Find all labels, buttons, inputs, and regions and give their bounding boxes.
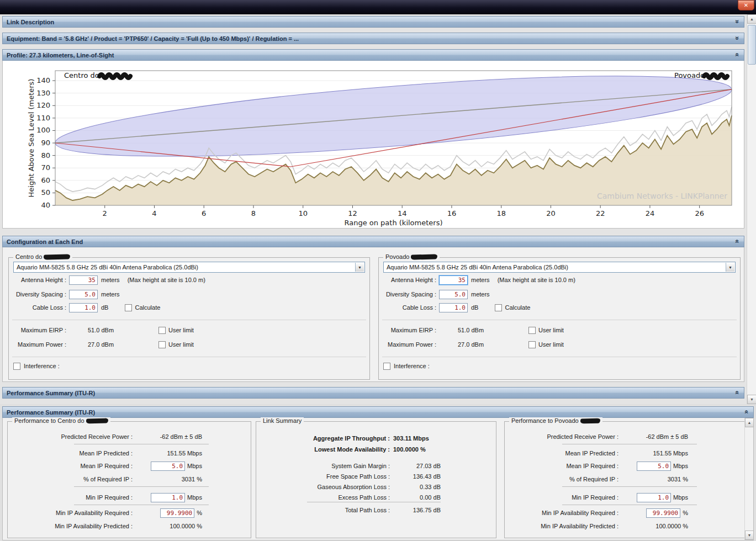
divider: [74, 444, 209, 444]
performance-group-right: Performance to Povoado Predicted Receive…: [504, 421, 745, 538]
eirp-user-limit-checkbox[interactable]: [528, 327, 536, 334]
panel-title: Performance Summary (ITU-R): [7, 409, 95, 416]
panel-title: Configuration at Each End: [7, 238, 83, 245]
antenna-select[interactable]: Aquario MM-5825 5.8 GHz 25 dBi 40in Ante…: [13, 262, 365, 273]
performance-summary-panel: Performance Summary (ITU-R) « Performanc…: [0, 406, 756, 541]
mean-ip-required-input[interactable]: [151, 462, 185, 471]
dropdown-arrow-icon[interactable]: ▼: [726, 263, 734, 272]
divider: [382, 320, 737, 320]
antenna-select[interactable]: Aquario MM-5825 5.8 GHz 25 dBi 40in Ante…: [383, 262, 736, 273]
antenna-height-input[interactable]: [69, 275, 98, 285]
min-ip-required-input[interactable]: [637, 493, 671, 502]
svg-text:12: 12: [348, 209, 357, 218]
row-label: Min IP Availability Predicted :: [505, 523, 622, 529]
svg-text:130: 130: [36, 89, 50, 97]
power-user-limit-checkbox[interactable]: [158, 341, 166, 348]
calculate-checkbox[interactable]: [495, 304, 502, 311]
row-value: 136.43 dB: [393, 473, 441, 480]
group-title-text: Performance to Povoado: [511, 417, 579, 424]
profile-panel-body: 2468101214161820222426405060708090100110…: [2, 61, 744, 229]
dropdown-arrow-icon[interactable]: ▼: [355, 263, 364, 272]
row-value: 136.75 dB: [393, 507, 441, 513]
unit-label: Mbps: [673, 494, 688, 501]
scroll-up-button[interactable]: ▲: [747, 14, 756, 24]
cable-loss-input[interactable]: [69, 303, 98, 312]
divider: [562, 444, 697, 444]
mean-ip-required-input[interactable]: [637, 462, 671, 471]
min-ip-required-input[interactable]: [151, 493, 185, 502]
scroll-down-button[interactable]: ▼: [747, 395, 756, 404]
chevron-down-icon[interactable]: »: [734, 20, 742, 24]
antenna-select-value: Aquario MM-5825 5.8 GHz 25 dBi 40in Ante…: [387, 264, 568, 270]
row-value: 0.33 dB: [393, 484, 441, 490]
row-value: 151.55 Mbps: [653, 450, 688, 457]
row-label: Gaseous Absorption Loss :: [256, 484, 393, 490]
user-limit-label: User limit: [538, 341, 564, 348]
unit-label: dB: [101, 304, 108, 311]
panel-header-link-description[interactable]: Link Description »: [2, 16, 744, 28]
redaction-scribble: [44, 254, 70, 259]
min-ip-availability-required-input[interactable]: [160, 508, 194, 518]
interference-checkbox[interactable]: [383, 363, 390, 370]
max-height-note: (Max height at site is 10.0 m): [498, 277, 575, 283]
svg-text:4: 4: [152, 209, 156, 218]
svg-text:24: 24: [646, 209, 655, 218]
svg-text:100: 100: [36, 126, 50, 134]
panel-header-equipment[interactable]: Equipment: Band = '5.8 GHz' / Product = …: [2, 33, 744, 44]
panel-header-profile[interactable]: Profile: 27.3 kilometers, Line-of-Sight …: [2, 49, 744, 61]
scrollbar-thumb[interactable]: [748, 25, 756, 65]
redaction-scribble: [86, 418, 108, 423]
scroll-down-button[interactable]: ▼: [745, 531, 754, 540]
svg-text:90: 90: [41, 139, 50, 147]
scroll-up-button[interactable]: ▲: [745, 418, 754, 427]
unit-label: Mbps: [187, 494, 202, 501]
site-name: Povoado: [385, 253, 409, 260]
row-label: System Gain Margin :: [256, 463, 393, 469]
diversity-spacing-label: Diversity Spacing :: [383, 291, 436, 298]
group-title-link-summary: Link Summary: [261, 417, 304, 424]
min-ip-availability-required-input[interactable]: [646, 508, 680, 518]
svg-text:10: 10: [298, 209, 308, 218]
interference-checkbox[interactable]: [13, 363, 20, 370]
panel-header-performance-summary[interactable]: Performance Summary (ITU-R) «: [2, 387, 744, 399]
group-title-text: Link Summary: [263, 417, 302, 424]
antenna-height-input[interactable]: [439, 275, 468, 285]
dock-scrollbar[interactable]: ▲ ▼: [744, 418, 753, 540]
window-close-button[interactable]: ✕: [738, 0, 754, 10]
max-power-label: Maximum Power :: [13, 341, 66, 348]
cable-loss-input[interactable]: [439, 303, 468, 312]
panel-header-configuration[interactable]: Configuration at Each End «: [2, 236, 744, 247]
row-value: 151.55 Mbps: [167, 450, 202, 457]
chevron-up-icon[interactable]: «: [734, 391, 742, 395]
lowest-mode-availability-label: Lowest Mode Availability :: [256, 446, 393, 453]
divider: [562, 505, 697, 505]
diversity-spacing-input[interactable]: [69, 290, 98, 299]
max-height-note: (Max height at site is 10.0 m): [128, 277, 205, 283]
performance-group-left: Performance to Centro do Predicted Recei…: [7, 421, 251, 538]
chevron-down-icon[interactable]: »: [734, 36, 742, 40]
row-value: -62 dBm ± 5 dB: [646, 433, 688, 440]
chevron-up-icon[interactable]: «: [743, 410, 751, 414]
svg-text:20: 20: [546, 209, 556, 218]
unit-label: dB: [471, 304, 478, 311]
vertical-scrollbar[interactable]: ▲ ▼: [747, 14, 756, 404]
svg-text:2: 2: [103, 209, 107, 218]
diversity-spacing-input[interactable]: [439, 290, 468, 299]
unit-label: %: [683, 510, 688, 516]
panel-header-performance-docked[interactable]: Performance Summary (ITU-R) «: [2, 406, 754, 418]
svg-text:50: 50: [41, 188, 50, 197]
chevron-up-icon[interactable]: «: [734, 53, 742, 57]
unit-label: %: [197, 510, 202, 516]
calculate-checkbox[interactable]: [125, 304, 132, 311]
svg-text:Range on path (kilometers): Range on path (kilometers): [344, 219, 442, 227]
chevron-up-icon[interactable]: «: [734, 240, 742, 243]
power-user-limit-checkbox[interactable]: [528, 341, 536, 348]
max-power-label: Maximum Power :: [383, 341, 436, 348]
row-label: Predicted Receive Power :: [505, 433, 622, 440]
row-label: Mean IP Required :: [505, 463, 622, 469]
aggregate-throughput-value: 303.11 Mbps: [393, 435, 429, 442]
unit-label: meters: [101, 277, 120, 283]
row-value: 3031 %: [182, 476, 202, 482]
eirp-user-limit-checkbox[interactable]: [158, 327, 166, 334]
svg-text:22: 22: [596, 209, 605, 218]
